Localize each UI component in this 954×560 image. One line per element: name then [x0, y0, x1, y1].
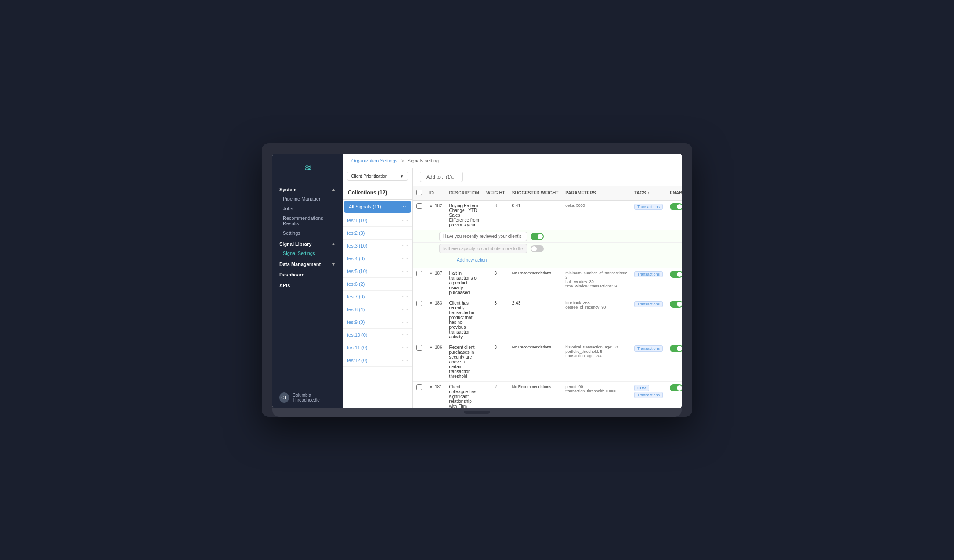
sidebar-item-settings[interactable]: Settings: [272, 228, 343, 238]
sidebar-section-system[interactable]: System ▲: [272, 183, 343, 194]
tag-badge: Transactions: [634, 271, 663, 277]
tag-badge: Transactions: [634, 204, 663, 210]
signal-suggested: No Recommendations: [509, 342, 562, 382]
more-icon[interactable]: ⋯: [402, 217, 408, 224]
breadcrumb-separator: >: [401, 158, 404, 163]
signal-weight: 3: [483, 200, 509, 230]
row-checkbox[interactable]: [416, 271, 422, 276]
collection-item-test6[interactable]: test6 (2) ⋯: [343, 278, 412, 291]
expand-arrow[interactable]: ▲: [429, 204, 433, 208]
more-icon[interactable]: ⋯: [402, 319, 408, 326]
action-input[interactable]: [439, 232, 527, 241]
tag-badge: CRM: [634, 385, 650, 391]
expand-arrow[interactable]: ▼: [429, 345, 433, 350]
dropdown-label: Client Prioritization: [351, 174, 387, 179]
laptop-bottom: [272, 408, 682, 417]
collections-list: All Signals (11) ⋯ test1 (10) ⋯ test2 (3…: [343, 200, 412, 408]
collection-item-test4[interactable]: test4 (3) ⋯: [343, 252, 412, 265]
col-tags: TAGS ↕: [631, 186, 666, 200]
more-icon[interactable]: ⋯: [402, 280, 408, 287]
signal-description: Client has recently transacted in produc…: [446, 298, 483, 342]
signal-description: Client colleague has significant relatio…: [446, 382, 483, 409]
collection-item-all[interactable]: All Signals (11) ⋯: [344, 201, 411, 213]
sidebar-item-signal-settings[interactable]: Signal Settings: [272, 248, 343, 258]
breadcrumb-link[interactable]: Organization Settings: [351, 158, 398, 163]
more-icon[interactable]: ⋯: [402, 242, 408, 249]
sidebar-item-recommendations[interactable]: Recommendations Results: [272, 213, 343, 228]
collection-item-test2[interactable]: test2 (3) ⋯: [343, 227, 412, 240]
signal-suggested: No Recommendations: [509, 382, 562, 409]
collection-item-test7[interactable]: test7 (0) ⋯: [343, 291, 412, 303]
row-checkbox[interactable]: [416, 203, 422, 209]
more-icon[interactable]: ⋯: [402, 331, 408, 338]
sidebar-item-apis[interactable]: APIs: [272, 279, 343, 290]
collection-item-test5[interactable]: test5 (10) ⋯: [343, 265, 412, 278]
signal-params: minimum_number_of_transactions: 2halt_wi…: [562, 268, 631, 298]
user-name: Columbia Threadneedle: [293, 393, 336, 402]
dropdown-select[interactable]: Client Prioritization ▼: [347, 172, 408, 181]
sidebar-section-signal-library[interactable]: Signal Library ▲: [272, 238, 343, 248]
laptop-notch: [464, 411, 490, 414]
signal-description: Buying Pattern Change - YTD Sales Differ…: [446, 200, 483, 230]
collection-item-test1[interactable]: test1 (10) ⋯: [343, 214, 412, 227]
row-checkbox[interactable]: [416, 301, 422, 306]
sidebar-item-dashboard[interactable]: Dashboard: [272, 269, 343, 279]
col-enabled: ENABLED: [666, 186, 682, 200]
sidebar-item-pipeline[interactable]: Pipeline Manager: [272, 194, 343, 204]
table-wrapper: ID DESCRIPTION WEIG HT SUGGESTED WEIGHT …: [413, 186, 682, 408]
more-icon[interactable]: ⋯: [402, 357, 408, 364]
chevron-down-icon: ▼: [400, 174, 404, 179]
more-icon[interactable]: ⋯: [402, 293, 408, 300]
signal-weight: 3: [483, 342, 509, 382]
add-new-action-link[interactable]: Add new action: [439, 256, 682, 265]
more-icon[interactable]: ⋯: [402, 306, 408, 313]
expand-arrow[interactable]: ▼: [429, 301, 433, 305]
row-checkbox[interactable]: [416, 384, 422, 390]
expand-arrow[interactable]: ▼: [429, 271, 433, 276]
collection-item-test8[interactable]: test8 (4) ⋯: [343, 303, 412, 316]
collection-item-test3[interactable]: test3 (10) ⋯: [343, 240, 412, 252]
collections-header: Collections (12): [343, 184, 412, 200]
content-area: Client Prioritization ▼ Collections (12)…: [343, 168, 682, 408]
signal-weight: 2: [483, 382, 509, 409]
more-icon[interactable]: ⋯: [402, 268, 408, 275]
collection-item-test11[interactable]: test11 (0) ⋯: [343, 341, 412, 354]
signals-panel: Add to... (1)... ID DESCRIPTION WEIG HT …: [413, 168, 682, 408]
signals-toolbar: Add to... (1)...: [413, 168, 682, 186]
collection-item-test9[interactable]: test9 (0) ⋯: [343, 316, 412, 329]
action-toggle-off[interactable]: [531, 245, 544, 252]
signal-suggested: 2.43: [509, 298, 562, 342]
sidebar-section-data-management[interactable]: Data Management ▼: [272, 258, 343, 269]
sidebar-item-jobs[interactable]: Jobs: [272, 204, 343, 213]
col-suggested: SUGGESTED WEIGHT: [509, 186, 562, 200]
col-parameters: PARAMETERS: [562, 186, 631, 200]
more-icon[interactable]: ⋯: [402, 255, 408, 262]
action-toggle[interactable]: [531, 233, 544, 240]
signal-params: lookback: 368degree_of_recency: 90: [562, 298, 631, 342]
action-row: [413, 243, 682, 255]
enabled-toggle[interactable]: [670, 203, 682, 210]
add-to-button[interactable]: Add to... (1)...: [420, 172, 463, 182]
tag-badge: Transactions: [634, 345, 663, 352]
table-row: ▼187 Halt in transactions of a product u…: [413, 268, 682, 298]
row-checkbox[interactable]: [416, 345, 422, 351]
more-icon[interactable]: ⋯: [402, 230, 408, 237]
more-icon[interactable]: ⋯: [400, 203, 406, 210]
more-icon[interactable]: ⋯: [402, 344, 408, 351]
col-id: ID: [426, 186, 446, 200]
signal-description: Recent client purchases in security are …: [446, 342, 483, 382]
chevron-up-icon: ▲: [332, 187, 336, 192]
collection-item-test12[interactable]: test12 (0) ⋯: [343, 354, 412, 367]
action-input-disabled[interactable]: [439, 244, 527, 253]
signal-params: delta: 5000: [562, 200, 631, 230]
enabled-toggle[interactable]: [670, 271, 682, 278]
collection-item-test10[interactable]: test10 (0) ⋯: [343, 329, 412, 341]
enabled-toggle[interactable]: [670, 384, 682, 391]
signal-suggested: No Recommendations: [509, 268, 562, 298]
signals-table: ID DESCRIPTION WEIG HT SUGGESTED WEIGHT …: [413, 186, 682, 408]
enabled-toggle[interactable]: [670, 301, 682, 308]
select-all-checkbox[interactable]: [416, 190, 422, 195]
expand-arrow[interactable]: ▼: [429, 385, 433, 389]
table-row: ▼183 Client has recently transacted in p…: [413, 298, 682, 342]
enabled-toggle[interactable]: [670, 345, 682, 352]
